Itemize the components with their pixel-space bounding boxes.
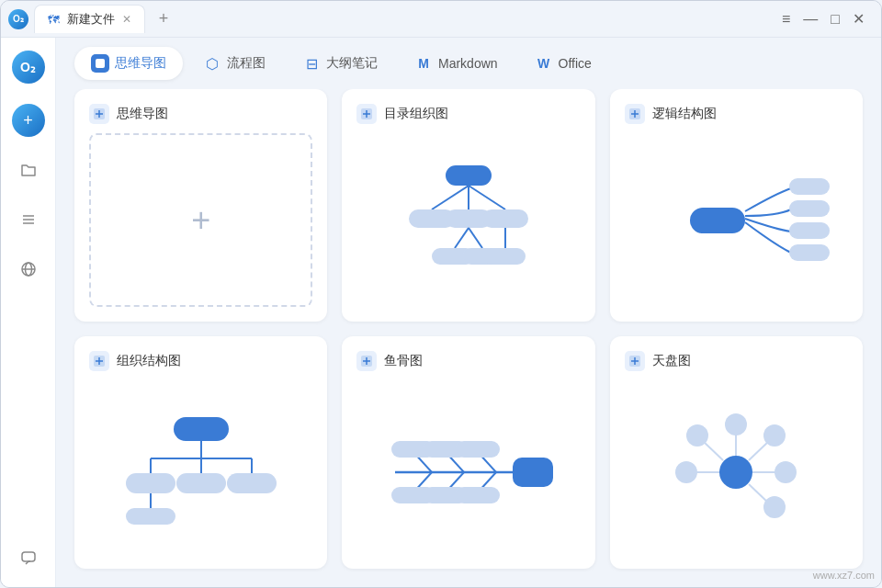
svg-rect-28 — [789, 244, 830, 261]
tab-office[interactable]: W Office — [518, 47, 608, 80]
card-tianpan[interactable]: 天盘图 — [610, 336, 863, 569]
menu-icon[interactable]: ≡ — [782, 11, 790, 28]
tab-outline-icon: ⊟ — [302, 54, 321, 73]
card-catalog-label: 目录组织图 — [384, 106, 448, 122]
svg-rect-38 — [227, 473, 277, 493]
content-area: 思维导图 ⬡ 流程图 ⊟ 大纲笔记 M Markdown W Office — [56, 38, 881, 587]
maximize-button[interactable]: □ — [831, 11, 840, 28]
title-bar-left: O₂ 🗺 新建文件 ✕ + — [8, 5, 176, 33]
tab-close-icon[interactable]: ✕ — [122, 13, 131, 26]
tab-flowchart[interactable]: ⬡ 流程图 — [187, 47, 282, 80]
sidebar-item-discover[interactable] — [12, 253, 45, 286]
list-icon — [19, 210, 38, 229]
svg-point-65 — [763, 424, 786, 447]
org-diagram — [109, 403, 293, 532]
card-org-label: 组织结构图 — [117, 353, 181, 369]
folder-icon — [19, 161, 38, 179]
card-fishbone[interactable]: 鱼骨图 — [342, 336, 594, 569]
svg-rect-16 — [482, 209, 528, 228]
svg-rect-7 — [96, 59, 105, 68]
card-mindmap[interactable]: 思维导图 + — [74, 89, 327, 322]
tab-flowchart-icon: ⬡ — [203, 54, 221, 73]
card-logic[interactable]: 逻辑结构图 — [610, 89, 863, 322]
svg-line-17 — [455, 228, 469, 248]
svg-point-68 — [686, 424, 708, 447]
sidebar-item-folder[interactable] — [12, 153, 45, 187]
tab-outline-label: 大纲笔记 — [326, 55, 378, 72]
card-catalog-icon — [356, 104, 377, 124]
title-bar-right: ≡ — □ ✕ — [782, 10, 874, 28]
tab-markdown-label: Markdown — [438, 56, 498, 71]
card-logic-title: 逻辑结构图 — [625, 104, 848, 124]
tab-office-label: Office — [559, 56, 592, 71]
card-fishbone-icon — [356, 351, 377, 371]
card-mindmap-icon — [89, 104, 109, 124]
card-fishbone-title: 鱼骨图 — [356, 351, 580, 371]
svg-point-67 — [763, 496, 786, 518]
fishbone-diagram — [377, 408, 560, 527]
catalog-diagram — [377, 156, 560, 285]
svg-rect-26 — [789, 200, 830, 217]
card-mindmap-preview: + — [89, 133, 312, 307]
sidebar-logo: O₂ — [12, 51, 45, 84]
card-logic-label: 逻辑结构图 — [652, 106, 717, 122]
chat-icon — [19, 548, 38, 567]
svg-line-62 — [703, 441, 723, 460]
globe-icon — [19, 260, 38, 278]
svg-rect-6 — [22, 552, 35, 561]
card-org[interactable]: 组织结构图 — [74, 336, 327, 569]
tab-mindmap-label: 思维导图 — [115, 55, 166, 72]
svg-point-57 — [719, 456, 752, 489]
svg-point-66 — [775, 461, 797, 483]
tab-markdown[interactable]: M Markdown — [398, 47, 514, 80]
tab-label: 新建文件 — [67, 11, 115, 28]
minimize-button[interactable]: — — [803, 11, 818, 28]
tab-mindmap[interactable]: 思维导图 — [74, 47, 183, 80]
svg-point-64 — [725, 413, 747, 435]
card-fishbone-preview — [356, 380, 580, 554]
svg-line-18 — [469, 228, 482, 248]
card-logic-icon — [625, 104, 645, 124]
sidebar-item-add[interactable]: + — [12, 104, 45, 137]
add-icon: + — [23, 111, 33, 130]
sidebar-item-list[interactable] — [12, 203, 45, 236]
card-tianpan-label: 天盘图 — [652, 353, 691, 369]
title-bar: O₂ 🗺 新建文件 ✕ + ≡ — □ ✕ — [1, 1, 881, 38]
svg-rect-37 — [176, 473, 226, 493]
svg-line-13 — [469, 186, 505, 209]
close-button[interactable]: ✕ — [853, 10, 865, 28]
card-catalog[interactable]: 目录组织图 — [342, 89, 594, 322]
card-fishbone-label: 鱼骨图 — [384, 353, 423, 369]
cards-grid: 思维导图 + 目录组织图 — [56, 89, 881, 587]
card-org-icon — [89, 351, 109, 371]
app-logo: O₂ — [8, 9, 28, 29]
card-logic-preview — [625, 133, 848, 307]
svg-rect-27 — [789, 222, 830, 239]
sidebar-item-chat[interactable] — [12, 541, 45, 574]
sidebar: O₂ + — [1, 38, 56, 587]
tab-office-icon: W — [535, 54, 553, 73]
new-tab-button[interactable]: + — [151, 6, 176, 32]
svg-rect-43 — [513, 458, 553, 487]
card-tianpan-title: 天盘图 — [625, 351, 848, 371]
card-org-title: 组织结构图 — [89, 351, 312, 371]
svg-rect-36 — [126, 473, 175, 493]
card-catalog-title: 目录组织图 — [356, 104, 580, 124]
tab-outline[interactable]: ⊟ 大纲笔记 — [286, 47, 394, 80]
card-tianpan-icon — [625, 351, 645, 371]
card-blank-area: + — [89, 133, 312, 307]
svg-rect-55 — [456, 487, 500, 503]
svg-rect-25 — [789, 178, 830, 195]
plus-icon: + — [191, 201, 210, 240]
svg-line-11 — [432, 186, 469, 209]
svg-line-59 — [749, 441, 769, 460]
svg-rect-24 — [690, 208, 745, 233]
logic-diagram — [639, 156, 832, 285]
card-catalog-preview — [356, 133, 580, 307]
tab-item[interactable]: 🗺 新建文件 ✕ — [34, 5, 145, 33]
tab-mindmap-icon — [91, 54, 109, 73]
card-mindmap-title: 思维导图 — [89, 104, 312, 124]
svg-rect-40 — [126, 508, 175, 525]
card-tianpan-preview — [625, 380, 848, 554]
tianpan-diagram — [644, 408, 828, 527]
